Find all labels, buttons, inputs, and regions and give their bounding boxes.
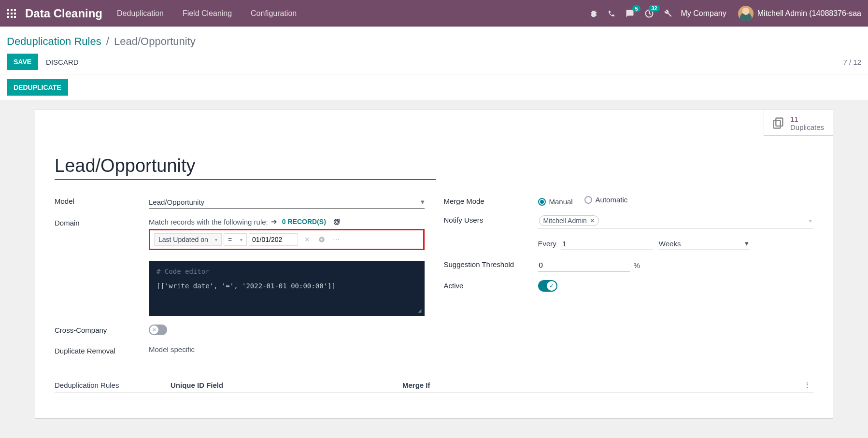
topbar-icons: 5 32 xyxy=(589,9,672,18)
caret-down-icon: ▾ xyxy=(809,218,811,224)
bug-icon[interactable] xyxy=(589,9,598,18)
caret-down-icon: ▾ xyxy=(745,239,749,248)
column-unique-id: Unique ID Field xyxy=(171,381,402,389)
code-editor[interactable]: # Code editor [['write_date', '=', '2022… xyxy=(149,261,425,316)
remove-rule-icon[interactable]: ✕ xyxy=(302,234,313,245)
svg-rect-8 xyxy=(14,16,16,18)
threshold-input[interactable] xyxy=(538,259,630,271)
avatar xyxy=(738,6,754,21)
breadcrumb-current: Lead/Opportunity xyxy=(114,35,196,47)
svg-rect-4 xyxy=(11,13,13,14)
svg-rect-6 xyxy=(7,16,9,18)
caret-down-icon: ▾ xyxy=(215,237,217,242)
table-options-icon[interactable]: ⋮ xyxy=(801,381,813,389)
svg-rect-11 xyxy=(774,120,781,128)
records-count-link[interactable]: 0 RECORD(S) xyxy=(282,218,326,226)
merge-mode-automatic[interactable]: Automatic xyxy=(584,196,628,204)
record-title[interactable] xyxy=(55,155,436,180)
refresh-icon[interactable] xyxy=(333,218,341,226)
notify-users-field[interactable]: Mitchell Admin ✕ ▾ xyxy=(538,214,814,228)
merge-mode-manual[interactable]: Manual xyxy=(538,198,573,206)
label-active: Active xyxy=(444,280,538,293)
label-merge-mode: Merge Mode xyxy=(444,196,538,206)
nav-configuration[interactable]: Configuration xyxy=(251,9,297,17)
check-icon: ✓ xyxy=(547,281,556,291)
duplicates-label: Duplicates xyxy=(790,123,824,131)
nav-field-cleaning[interactable]: Field Cleaning xyxy=(183,9,232,17)
svg-rect-7 xyxy=(11,16,13,18)
svg-rect-1 xyxy=(11,9,13,11)
remove-tag-icon[interactable]: ✕ xyxy=(590,217,595,224)
label-domain: Domain xyxy=(55,217,149,316)
domain-field-select[interactable]: Last Updated on ▾ xyxy=(154,233,222,246)
label-notify-users: Notify Users xyxy=(444,214,538,228)
model-select[interactable]: Lead/Opportunity ▾ xyxy=(149,196,425,209)
svg-rect-2 xyxy=(14,9,16,11)
apps-icon[interactable] xyxy=(7,9,16,18)
domain-rule: Last Updated on ▾ = ▾ ✕ xyxy=(149,229,425,250)
duplicates-count: 11 xyxy=(790,115,824,123)
brand[interactable]: Data Cleaning xyxy=(25,7,102,20)
caret-down-icon: ▾ xyxy=(421,198,425,206)
activities-badge: 32 xyxy=(649,5,659,12)
tools-icon[interactable] xyxy=(664,9,672,18)
user-tag[interactable]: Mitchell Admin ✕ xyxy=(539,215,599,226)
label-duplicate-removal: Duplicate Removal xyxy=(55,345,149,355)
every-unit-select[interactable]: Weeks ▾ xyxy=(658,237,750,250)
more-rule-icon[interactable]: ⋯ xyxy=(331,234,342,245)
form-sheet: 11 Duplicates Model Lead/Opportunity ▾ xyxy=(35,110,833,419)
user-menu[interactable]: Mitchell Admin (14088376-saa xyxy=(738,6,861,21)
status-bar: DEDUPLICATE xyxy=(0,74,868,101)
cross-company-toggle[interactable]: ✕ xyxy=(149,325,167,335)
nav-deduplication[interactable]: Deduplication xyxy=(117,9,164,17)
rules-section-label: Deduplication Rules xyxy=(55,381,171,389)
company-selector[interactable]: My Company xyxy=(681,9,726,18)
svg-rect-5 xyxy=(14,13,16,14)
control-panel: Deduplication Rules / Lead/Opportunity S… xyxy=(0,27,868,74)
resize-handle-icon[interactable]: ◢ xyxy=(418,307,421,314)
column-merge-if: Merge If xyxy=(402,381,801,389)
every-value-input[interactable] xyxy=(561,238,653,250)
topbar: Data Cleaning Deduplication Field Cleani… xyxy=(0,0,868,27)
phone-icon[interactable] xyxy=(608,10,615,17)
save-button[interactable]: SAVE xyxy=(7,54,38,70)
duplicates-stat-button[interactable]: 11 Duplicates xyxy=(764,110,833,136)
breadcrumb: Deduplication Rules / Lead/Opportunity xyxy=(7,35,861,48)
domain-value-input[interactable] xyxy=(249,233,298,246)
add-rule-icon[interactable] xyxy=(316,234,327,245)
user-name: Mitchell Admin (14088376-saa xyxy=(757,9,861,18)
label-model: Model xyxy=(55,196,149,209)
rules-table-header: Deduplication Rules Unique ID Field Merg… xyxy=(55,381,813,393)
discard-button[interactable]: DISCARD xyxy=(46,58,79,66)
domain-operator-select[interactable]: = ▾ xyxy=(224,233,247,246)
label-suggestion-threshold: Suggestion Threshold xyxy=(444,259,538,271)
label-cross-company: Cross-Company xyxy=(55,325,149,337)
arrow-right-icon[interactable]: ➔ xyxy=(271,217,277,226)
pager[interactable]: 7 / 12 xyxy=(843,58,861,66)
nav-menu: Deduplication Field Cleaning Configurati… xyxy=(117,9,313,18)
svg-rect-0 xyxy=(7,9,9,11)
messages-icon[interactable]: 5 xyxy=(625,9,635,18)
close-icon: ✕ xyxy=(150,325,158,334)
svg-rect-3 xyxy=(7,13,9,14)
active-toggle[interactable]: ✓ xyxy=(538,280,557,292)
svg-rect-10 xyxy=(776,118,783,126)
duplicate-removal-value: Model specific xyxy=(149,345,425,355)
duplicates-icon xyxy=(771,116,785,130)
deduplicate-button[interactable]: DEDUPLICATE xyxy=(7,79,68,96)
messages-badge: 5 xyxy=(632,5,640,12)
breadcrumb-link[interactable]: Deduplication Rules xyxy=(7,35,101,47)
caret-down-icon: ▾ xyxy=(240,237,242,242)
activities-icon[interactable]: 32 xyxy=(644,9,654,18)
